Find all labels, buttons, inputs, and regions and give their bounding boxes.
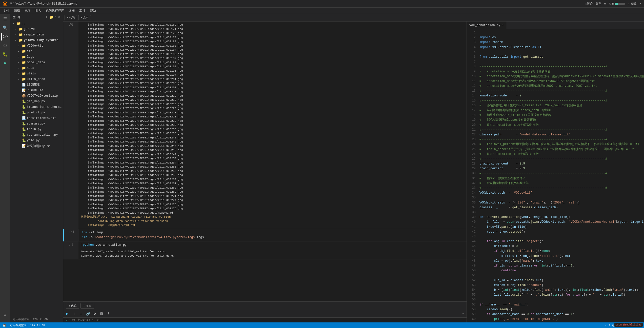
menu-tools[interactable]: 工具 — [77, 8, 87, 13]
py-file-icon: 🐍 — [22, 105, 26, 109]
tree-item-yolo[interactable]: 🐍 yolo.py — [10, 138, 63, 143]
output-line: inflating: ./VOCdevkit/VOC2007/JPEGImage… — [81, 123, 464, 127]
output-line: inflating: ./VOCdevkit/VOC2007/JPEGImage… — [81, 144, 464, 148]
py-file-icon: 🐍 — [22, 133, 26, 137]
zip-icon: 📦 — [22, 94, 26, 98]
settings-btn[interactable]: ⚙ — [92, 311, 97, 316]
add-code-btn[interactable]: + 代码 — [65, 15, 77, 20]
arrow-icon: ▸ — [18, 44, 22, 47]
more-btn[interactable]: ⋮ — [106, 311, 111, 316]
tree-item-logs[interactable]: ▸ 📁 logs — [10, 54, 63, 60]
editor-tab-voc-annotation[interactable]: voc_annotation.py × — [467, 22, 506, 29]
tree-item-kmeans[interactable]: 🐍 kmeans_for_anchors.py — [10, 104, 63, 110]
move-up-btn[interactable]: ↑ — [71, 311, 77, 316]
ram-indicator: RAM — [609, 2, 625, 5]
comment-btn[interactable]: 评论 — [587, 2, 593, 6]
tree-item-yolov4[interactable]: ▾ 📁 yolov4-tiny-pytorch — [10, 37, 63, 43]
tree-item-getmap[interactable]: 🐍 get_map.py — [10, 99, 63, 104]
sidebar-header: 文 件 + 📁 ↑ × — [10, 14, 63, 21]
arrow-icon: ▾ — [15, 39, 19, 42]
title-bar-actions: 评论 分享 ⚙ RAM ✏ 修改 × — [587, 2, 641, 6]
disk-info: 可用存储空间: 179.91 GB — [13, 318, 48, 321]
output-line: inflating: ./VOCdevkit/VOC2007/JPEGImage… — [81, 131, 464, 136]
upload-btn[interactable]: ↑ — [55, 15, 57, 19]
add-text-cell-btn[interactable]: + 文本 — [80, 303, 94, 309]
output-line: inflating: ./VOCdevkit/VOC2007/JPEGImage… — [81, 65, 464, 69]
tree-item-summary[interactable]: 🐍 summary.py — [10, 121, 63, 127]
activity-colab[interactable]: ⬢ — [1, 59, 9, 67]
delete-btn[interactable]: 🗑 — [99, 311, 104, 316]
move-down-btn[interactable]: ↓ — [78, 311, 84, 316]
tree-item-faq[interactable]: 📝 常见问题汇总.md — [10, 143, 63, 149]
sidebar: 文 件 + 📁 ↑ × ▾ 📁 .. ▸ 📁 gdrive ▸ 📁 — [10, 14, 63, 322]
tree-item-utils-coco[interactable]: ▸ 📁 utils_coco — [10, 76, 63, 82]
cell-content-3: inflating: ./VOCdevkit/VOC2007/JPEGImage… — [78, 22, 467, 229]
tree-item-zip[interactable]: 📦 VOC07+12+test.zip — [10, 93, 63, 99]
filename-title: YoloV4-Tiny-Pytorch-BiliBili.ipynb — [15, 2, 584, 6]
link-btn[interactable]: 🔗 — [85, 311, 91, 316]
folder-icon: 📁 — [22, 60, 26, 65]
md-file-icon: 📝 — [22, 88, 26, 92]
tree-item-requirements[interactable]: 📃 requirements.txt — [10, 115, 63, 121]
activity-debug[interactable]: 🐛 — [1, 51, 9, 58]
activity-extensions[interactable]: ⬡ — [1, 42, 9, 49]
run-btn[interactable]: ▶ — [65, 311, 70, 316]
menu-insert[interactable]: 插入 — [33, 8, 43, 13]
tree-item-nets[interactable]: ▸ 📁 nets — [10, 65, 63, 71]
tree-item-img[interactable]: ▸ 📁 img — [10, 49, 63, 54]
tree-item-predict[interactable]: 🐍 predict.py — [10, 110, 63, 115]
sidebar-title: 文 件 — [13, 15, 20, 19]
tree-item-gdrive[interactable]: ▸ 📁 gdrive — [10, 26, 63, 32]
tree-item-vocdevkit[interactable]: ▸ 📁 VOCdevkit — [10, 43, 63, 49]
menu-help[interactable]: 帮助 — [88, 8, 98, 13]
tree-item-sample-data[interactable]: ▸ 📁 sample_data — [10, 32, 63, 37]
menu-edit[interactable]: 编辑 — [12, 8, 22, 13]
menu-view[interactable]: 视图 — [23, 8, 33, 13]
output-line: inflating: ./VOCdevkit/VOC2007/JPEGImage… — [81, 181, 464, 186]
output-line: inflating: ./VOCdevkit/VOC2007/JPEGImage… — [81, 148, 464, 152]
output-line: inflating: ./VOCdevkit/VOC2007/JPEGImage… — [81, 98, 464, 102]
tree-item-model-data[interactable]: ▸ 📁 model_data — [10, 60, 63, 65]
tree-item-utils[interactable]: ▸ 📁 utils — [10, 71, 63, 76]
output-line: inflating: ./VOCdevkit/VOC2007/JPEGImage… — [81, 136, 464, 140]
tree-item-train[interactable]: 🐍 train.py — [10, 127, 63, 132]
output-line: inflating: ./VOCdevkit/VOC2007/JPEGImage… — [81, 202, 464, 207]
menu-terminal[interactable]: 终端 — [67, 8, 77, 13]
tab-close-btn[interactable]: × — [501, 24, 503, 27]
output-line: inflating: ./VOCdevkit/VOC2007/JPEGImage… — [81, 56, 464, 60]
close-btn[interactable]: × — [640, 2, 641, 5]
tree-item-dotdot[interactable]: ▾ 📁 .. — [10, 21, 63, 26]
cell-content-4: !rm -rf logs !ln -s /content/gdrive/MyDr… — [79, 229, 467, 241]
activity-search[interactable]: 🔍 — [1, 24, 9, 32]
star-icon[interactable]: ☆ — [585, 2, 587, 6]
activity-menu[interactable]: ☰ — [1, 15, 9, 23]
tree-item-voc-annotation[interactable]: 🐍 voc_annotation.py — [10, 132, 63, 138]
activity-explorer[interactable]: {x} — [1, 33, 9, 40]
output-line: inflating: ./VOCdevkit/VOC2007/JPEGImage… — [81, 165, 464, 169]
edit-btn[interactable]: ✏ 修改 — [628, 2, 637, 6]
completed-text: 完成时间: 12:25 — [77, 318, 100, 322]
tree-item-readme[interactable]: 📝 README.md — [10, 88, 63, 93]
py-file-icon: 🐍 — [22, 138, 26, 142]
add-code-cell-btn[interactable]: + 代码 — [66, 303, 79, 309]
new-file-btn[interactable]: + — [46, 15, 48, 19]
tree-item-license[interactable]: 📄 LICENSE — [10, 82, 63, 88]
menu-file[interactable]: 文件 — [1, 8, 11, 13]
add-text-btn[interactable]: + 文本 — [78, 15, 91, 20]
activity-bar-bottom: ⚙ — [1, 311, 9, 322]
output-line: inflating: ./VOCdevkit/VOC2007/JPEGImage… — [81, 27, 464, 31]
output-line: inflating: ./VOCdevkit/VOC2007/JPEGImage… — [81, 52, 464, 56]
menu-run[interactable]: 代码执行程序 — [44, 8, 66, 13]
output-line: inflating: ./VOCdevkit/VOC2007/JPEGImage… — [81, 127, 464, 132]
new-folder-btn[interactable]: 📁 — [49, 15, 54, 19]
cell-number-3: [3] — [68, 23, 73, 26]
arrow-icon: ▸ — [15, 28, 19, 31]
share-btn[interactable]: 分享 — [596, 2, 601, 6]
collapse-btn[interactable]: × — [58, 15, 61, 19]
activity-settings[interactable]: ⚙ — [1, 311, 9, 319]
code-area[interactable]: 12345 678910 1112131415 1617181920 21222… — [467, 29, 644, 322]
settings-icon[interactable]: ⚙ — [604, 2, 606, 5]
title-bar: PRO YoloV4-Tiny-Pytorch-BiliBili.ipynb ☆… — [0, 0, 644, 8]
code-line: !python voc_annotation.py — [81, 243, 464, 248]
code-line: !ln -s /content/gdrive/MyDrive/Models/yo… — [82, 235, 464, 240]
